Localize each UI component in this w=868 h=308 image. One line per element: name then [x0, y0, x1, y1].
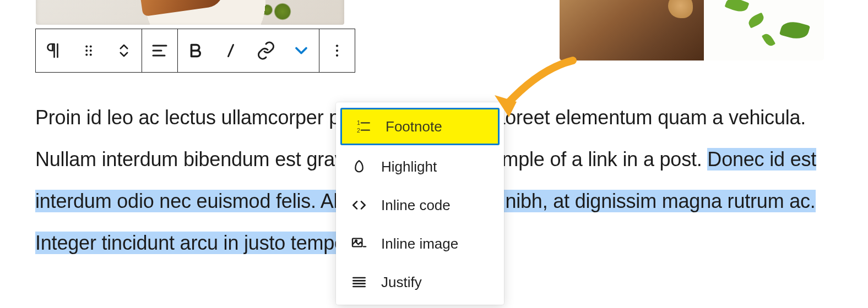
food-image-left — [36, 0, 344, 25]
drag-icon — [80, 42, 97, 59]
justify-icon — [349, 273, 369, 291]
svg-point-5 — [90, 54, 92, 56]
align-button[interactable] — [142, 29, 177, 72]
menu-item-label: Justify — [381, 274, 422, 291]
svg-point-10 — [336, 45, 338, 47]
inline-image-icon — [349, 235, 369, 252]
code-icon — [349, 196, 369, 214]
svg-line-9 — [229, 45, 234, 57]
svg-text:2: 2 — [357, 127, 360, 134]
menu-item-label: Inline code — [381, 197, 451, 214]
svg-point-18 — [355, 240, 357, 241]
bold-icon — [186, 41, 205, 61]
menu-item-label: Footnote — [386, 118, 442, 135]
menu-item-inline-code[interactable]: Inline code — [336, 186, 504, 224]
svg-text:1: 1 — [357, 119, 360, 126]
menu-item-footnote[interactable]: 1 2 Footnote — [340, 108, 500, 145]
move-updown-button[interactable] — [106, 29, 142, 72]
options-button[interactable] — [319, 29, 355, 72]
menu-item-inline-image[interactable]: Inline image — [336, 224, 504, 263]
svg-point-1 — [90, 46, 92, 48]
svg-point-0 — [85, 46, 88, 48]
svg-point-2 — [85, 50, 88, 52]
svg-point-4 — [85, 54, 88, 56]
svg-point-3 — [90, 50, 92, 52]
move-updown-icon — [116, 42, 132, 59]
drag-handle-button[interactable] — [71, 29, 106, 72]
menu-item-justify[interactable]: Justify — [336, 263, 504, 301]
link-button[interactable] — [248, 29, 284, 72]
more-rich-text-button[interactable] — [284, 29, 319, 72]
chevron-down-icon — [291, 41, 311, 61]
link-icon — [256, 41, 276, 61]
footnote-icon: 1 2 — [354, 118, 373, 135]
rich-text-dropdown: 1 2 Footnote Highlight Inline code — [336, 102, 504, 305]
paragraph-block-button[interactable] — [36, 29, 71, 72]
highlight-icon — [349, 158, 369, 175]
food-image-right — [560, 0, 824, 61]
menu-item-highlight[interactable]: Highlight — [336, 147, 504, 186]
italic-icon — [221, 41, 241, 61]
paragraph-icon — [44, 41, 63, 61]
italic-button[interactable] — [213, 29, 248, 72]
svg-point-11 — [336, 50, 338, 52]
svg-point-12 — [336, 54, 338, 57]
block-toolbar — [35, 29, 355, 73]
menu-item-label: Highlight — [381, 158, 437, 175]
menu-item-label: Inline image — [381, 235, 458, 252]
align-left-icon — [150, 41, 170, 61]
more-vertical-icon — [329, 42, 345, 59]
bold-button[interactable] — [178, 29, 213, 72]
